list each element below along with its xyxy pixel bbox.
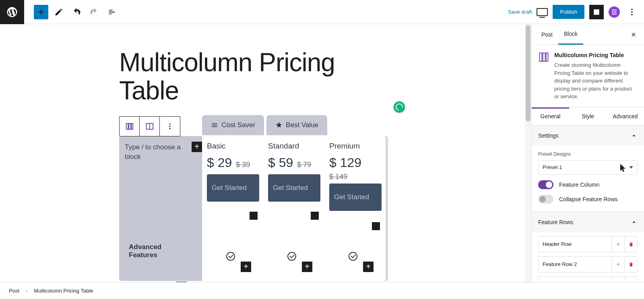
- redo-icon: [90, 8, 99, 16]
- plan-price[interactable]: $ 29 $ 39: [207, 155, 258, 170]
- plan-price-value: $ 59: [268, 155, 293, 170]
- block-toolbar: [119, 116, 180, 136]
- plugin-avatar[interactable]: [609, 6, 620, 18]
- plan-price-value: $ 29: [207, 155, 232, 170]
- canvas-scrollbar-thumb[interactable]: [526, 25, 530, 122]
- svg-point-1: [631, 11, 633, 13]
- editor-canvas[interactable]: Multicolumn Pricing Table Cost Saver: [0, 24, 531, 282]
- edit-mode-button[interactable]: [52, 5, 66, 19]
- panel-settings-header[interactable]: Settings: [532, 126, 644, 146]
- chevron-up-icon: [630, 132, 638, 139]
- block-handle-icon[interactable]: [311, 212, 319, 220]
- plan-cta-button[interactable]: Get Started: [207, 174, 259, 202]
- pricing-table-icon: [538, 52, 549, 63]
- page-title[interactable]: Multicolumn Pricing Table: [119, 48, 394, 105]
- block-icon: [538, 52, 549, 101]
- breadcrumb-root[interactable]: Post: [9, 288, 19, 294]
- block-handle-icon[interactable]: [372, 222, 380, 230]
- block-summary: Multicolumn Pricing Table Create stunnin…: [532, 45, 644, 107]
- add-row-button[interactable]: [611, 237, 624, 252]
- sub-tab-general[interactable]: General: [532, 107, 569, 125]
- settings-sidebar: Post Block Multicolumn Pricing Table Cre…: [531, 24, 644, 282]
- feature-row-item[interactable]: Feature Row 2: [538, 256, 638, 272]
- grammarly-badge[interactable]: [394, 101, 405, 113]
- block-more-button[interactable]: [160, 117, 180, 136]
- preview-device-button[interactable]: [537, 8, 548, 16]
- add-row-button[interactable]: [611, 257, 624, 272]
- publish-button[interactable]: Publish: [553, 5, 584, 19]
- plan-basic[interactable]: Basic $ 29 $ 39 Get Started +: [202, 136, 263, 281]
- pencil-icon: [54, 8, 63, 16]
- settings-panel-toggle[interactable]: [589, 5, 604, 19]
- close-sidebar-button[interactable]: [627, 28, 640, 41]
- block-type-button[interactable]: [120, 117, 140, 136]
- sidebar-icon: [592, 8, 601, 16]
- cursor-icon: [619, 163, 627, 173]
- check-icon: [349, 252, 357, 261]
- list-icon: [107, 8, 116, 16]
- feature-column[interactable]: Type / to choose a block + Advanced Feat…: [119, 136, 202, 281]
- check-icon: [226, 252, 235, 261]
- toggle-feature-column[interactable]: [538, 180, 553, 189]
- add-block-button[interactable]: [34, 5, 48, 19]
- block-name: Multicolumn Pricing Table: [554, 52, 624, 58]
- feature-column-placeholder[interactable]: Type / to choose a block: [125, 142, 196, 162]
- breadcrumb-separator: ›: [26, 288, 27, 294]
- add-feature-col-block-button[interactable]: +: [192, 142, 202, 152]
- plan-cta-button[interactable]: Get Started: [329, 184, 382, 211]
- panel-feature-rows-header[interactable]: Feature Rows: [532, 212, 644, 232]
- tab-block[interactable]: Block: [558, 24, 583, 45]
- delete-row-button[interactable]: [624, 277, 637, 283]
- plan-name[interactable]: Premium: [329, 142, 381, 151]
- canvas-scrollbar[interactable]: [525, 24, 531, 282]
- breadcrumb-current[interactable]: Multicolumn Pricing Table: [34, 288, 93, 294]
- svg-point-0: [631, 8, 633, 10]
- plan-name[interactable]: Standard: [268, 142, 320, 151]
- feature-row-item[interactable]: Feature Row 3: [538, 276, 638, 283]
- svg-point-8: [169, 124, 171, 125]
- svg-point-2: [631, 14, 633, 15]
- block-handle-icon[interactable]: [250, 212, 258, 220]
- plan-chip-cost-saver[interactable]: Cost Saver: [202, 115, 264, 135]
- plan-price[interactable]: $ 59 $ 79: [268, 155, 320, 170]
- add-row-button[interactable]: [611, 277, 624, 283]
- feature-row-item[interactable]: Header Row: [538, 236, 638, 252]
- columns-icon: [145, 122, 154, 131]
- add-cell-button[interactable]: +: [363, 262, 374, 272]
- plan-name[interactable]: Basic: [207, 142, 258, 151]
- panel-feature-rows: Feature Rows Header Row Feature Row 2 Fe…: [532, 212, 644, 283]
- feature-section-label[interactable]: Advanced Features: [129, 243, 177, 259]
- add-feature-row-button[interactable]: +: [176, 282, 187, 282]
- preset-select[interactable]: Preset 1: [538, 160, 638, 175]
- close-icon: [630, 31, 637, 38]
- delete-row-button[interactable]: [624, 257, 637, 272]
- plus-icon: [615, 262, 621, 267]
- panel-settings: Settings Preset Designs Preset 1 Feature…: [532, 126, 644, 212]
- plan-premium[interactable]: Premium $ 129 $ 149 Get Started +: [324, 136, 386, 281]
- pricing-table-block[interactable]: Cost Saver Best Value Type / to choose a…: [119, 136, 394, 281]
- sub-tab-style[interactable]: Style: [569, 107, 607, 125]
- tab-post[interactable]: Post: [536, 25, 558, 44]
- sub-tab-advanced[interactable]: Advanced: [607, 107, 644, 125]
- plan-cta-button[interactable]: Get Started: [268, 174, 320, 202]
- svg-point-10: [169, 128, 171, 129]
- more-options-button[interactable]: [625, 5, 639, 19]
- document-outline-button[interactable]: [105, 5, 119, 19]
- preset-label: Preset Designs: [538, 151, 638, 157]
- toggle-collapse-rows[interactable]: [538, 195, 553, 204]
- wordpress-logo[interactable]: [0, 0, 24, 24]
- star-icon: [275, 122, 283, 129]
- add-cell-button[interactable]: +: [302, 262, 312, 272]
- pricing-table-icon: [125, 122, 134, 131]
- plan-chip-best-value[interactable]: Best Value: [266, 115, 327, 135]
- save-draft-button[interactable]: Save draft: [508, 9, 532, 15]
- plan-price[interactable]: $ 129: [329, 155, 381, 170]
- block-layout-button[interactable]: [140, 117, 160, 136]
- undo-button[interactable]: [69, 5, 84, 19]
- plus-icon: [37, 8, 45, 16]
- delete-row-button[interactable]: [624, 237, 637, 252]
- feature-row-name: Header Row: [539, 241, 611, 247]
- redo-button[interactable]: [87, 5, 101, 19]
- plan-standard[interactable]: Standard $ 59 $ 79 Get Started +: [263, 136, 324, 281]
- add-cell-button[interactable]: +: [241, 262, 251, 272]
